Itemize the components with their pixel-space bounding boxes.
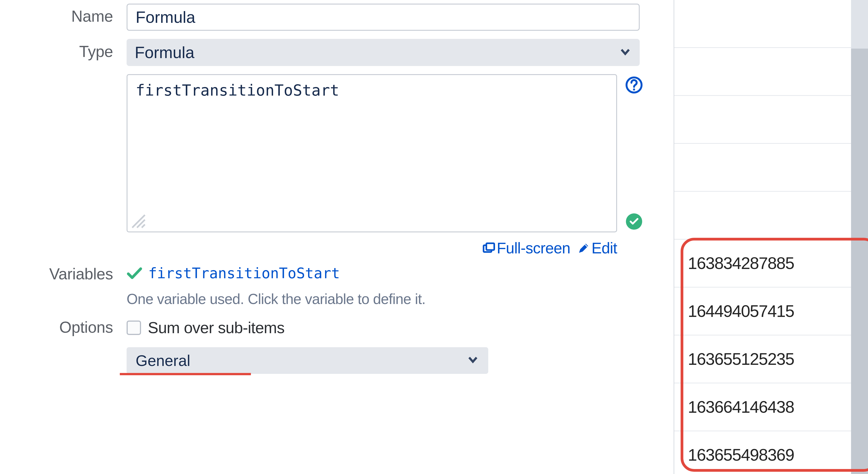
label-formula-empty [0, 74, 127, 78]
type-value: Formula [135, 43, 194, 62]
preview-cell: 163655125235 [674, 336, 851, 383]
svg-point-4 [633, 88, 635, 90]
type-select[interactable]: Formula [127, 39, 640, 66]
preview-cell [674, 192, 851, 240]
config-panel: Name Type Formula [0, 0, 674, 474]
preview-list: 163834287885 164494057415 163655125235 1… [674, 0, 851, 474]
preview-cell [674, 96, 851, 144]
variables-hint: One variable used. Click the variable to… [127, 291, 640, 308]
scrollbar[interactable] [851, 0, 868, 474]
row-options: Options Sum over sub-items General [0, 319, 674, 374]
preview-cell: 164494057415 [674, 287, 851, 336]
sum-option: Sum over sub-items [127, 319, 640, 337]
chevron-down-icon [467, 352, 479, 369]
label-name: Name [0, 4, 127, 25]
preview-cell [674, 0, 851, 48]
sum-checkbox[interactable] [127, 320, 141, 335]
sum-label: Sum over sub-items [148, 319, 284, 337]
label-type: Type [0, 39, 127, 60]
pencil-icon [577, 242, 590, 255]
row-name: Name [0, 4, 674, 31]
name-input[interactable] [127, 4, 640, 31]
help-icon[interactable] [625, 76, 643, 94]
preview-cell [674, 48, 851, 96]
resize-handle-icon[interactable] [131, 213, 147, 229]
formula-links: Full-screen Edit [127, 239, 617, 257]
preview-cell: 163655498369 [674, 431, 851, 474]
chevron-down-icon [619, 43, 631, 62]
preview-cell [674, 144, 851, 192]
svg-rect-6 [486, 243, 494, 250]
row-type: Type Formula [0, 39, 674, 66]
variable-entry: firstTransitionToStart [127, 265, 640, 282]
format-value: General [135, 352, 190, 369]
annotation-underline [120, 373, 251, 375]
formula-side-icons [624, 76, 644, 230]
preview-cell: 163834287885 [674, 240, 851, 287]
label-variables: Variables [0, 265, 127, 283]
svg-line-2 [142, 224, 145, 228]
fullscreen-icon [483, 242, 495, 255]
edit-link[interactable]: Edit [577, 240, 617, 257]
label-options: Options [0, 319, 127, 336]
formula-text: firstTransitionToStart [135, 82, 339, 99]
formula-editor[interactable]: firstTransitionToStart [127, 74, 617, 232]
check-icon [127, 265, 143, 281]
variable-link[interactable]: firstTransitionToStart [148, 265, 340, 282]
scrollbar-thumb[interactable] [851, 49, 868, 474]
row-formula: firstTransitionToStart [0, 74, 674, 257]
row-variables: Variables firstTransitionToStart One var… [0, 265, 674, 308]
check-circle-icon [626, 213, 642, 230]
viewport: Name Type Formula [0, 0, 868, 474]
preview-cell: 163664146438 [674, 383, 851, 431]
fullscreen-link[interactable]: Full-screen [483, 240, 575, 257]
format-select[interactable]: General [127, 347, 488, 374]
preview-column: 163834287885 164494057415 163655125235 1… [674, 0, 868, 474]
